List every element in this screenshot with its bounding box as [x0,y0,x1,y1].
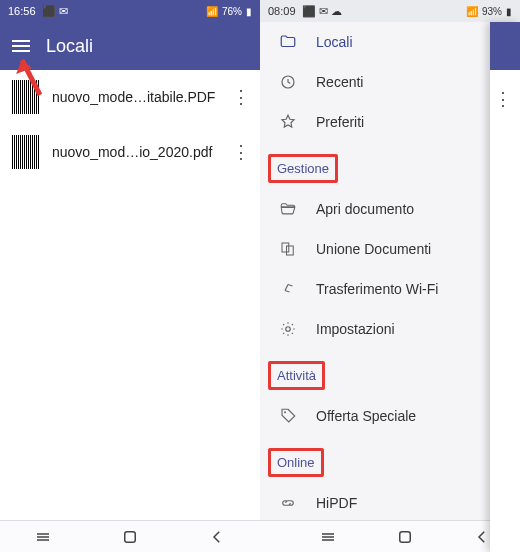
statusbar-right: 08:09 ⬛ ✉ ☁ 📶 93% ▮ [260,0,520,22]
link-icon [278,493,298,513]
file-thumb-icon [12,80,40,114]
status-icons-left: ⬛ ✉ [42,5,68,18]
drawer-item-apri-documento[interactable]: Apri documento [260,189,520,229]
drawer-label: Offerta Speciale [316,408,416,424]
nav-recents[interactable] [308,527,348,547]
more-icon[interactable]: ⋮ [232,143,248,161]
signal-icon: 📶 [206,6,218,17]
time-left: 16:56 [8,5,36,17]
phone-right: 08:09 ⬛ ✉ ☁ 📶 93% ▮ Locali Recenti P [260,0,520,552]
file-row[interactable]: nuovo_mode…itabile.PDF ⋮ [0,70,260,125]
more-icon[interactable]: ⋮ [494,88,512,110]
section-attivita: Attività [268,361,325,390]
nav-drawer: Locali Recenti Preferiti Gestione Apri d… [260,22,520,520]
navbar-right [260,520,520,552]
svg-point-5 [284,411,286,413]
file-thumb-icon [12,135,40,169]
section-gestione: Gestione [268,154,338,183]
drawer-item-unione-documenti[interactable]: Unione Documenti [260,229,520,269]
svg-rect-3 [287,246,294,255]
tag-icon [278,406,298,426]
file-name: nuovo_mode…itabile.PDF [52,89,220,105]
page-title-left: Locali [46,36,93,57]
file-list: nuovo_mode…itabile.PDF ⋮ nuovo_mod…io_20… [0,70,260,520]
drawer-label: Recenti [316,74,363,90]
file-row[interactable]: nuovo_mod…io_2020.pdf ⋮ [0,125,260,180]
battery-left: 76% [222,6,242,17]
svg-point-4 [286,327,291,332]
clock-icon [278,72,298,92]
battery-right: 93% [482,6,502,17]
star-icon [278,112,298,132]
gear-icon [278,319,298,339]
nav-back[interactable] [197,527,237,547]
phone-left: 16:56 ⬛ ✉ 📶 76% ▮ Locali nuovo_mode…itab… [0,0,260,552]
more-icon[interactable]: ⋮ [232,88,248,106]
app-header-left: Locali [0,22,260,70]
nav-home[interactable] [385,527,425,547]
battery-icon: ▮ [506,6,512,17]
statusbar-left: 16:56 ⬛ ✉ 📶 76% ▮ [0,0,260,22]
drawer-item-impostazioni[interactable]: Impostazioni [260,309,520,349]
nav-recents[interactable] [23,527,63,547]
svg-rect-6 [400,531,411,542]
signal-icon: 📶 [466,6,478,17]
drawer-label: Unione Documenti [316,241,431,257]
drawer-item-offerta-speciale[interactable]: Offerta Speciale [260,396,520,436]
drawer-label: Trasferimento Wi-Fi [316,281,438,297]
folder-icon [278,32,298,52]
menu-button[interactable] [12,40,30,52]
drawer-label: Preferiti [316,114,364,130]
section-online: Online [268,448,324,477]
drawer-item-preferiti[interactable]: Preferiti [260,102,520,142]
status-icons-right: ⬛ ✉ ☁ [302,5,342,18]
navbar-left [0,520,260,552]
drawer-overlay-sliver: ⋮ [490,22,520,552]
wifi-icon [278,279,298,299]
drawer-label: Apri documento [316,201,414,217]
svg-rect-2 [282,243,289,252]
time-right: 08:09 [268,5,296,17]
drawer-item-locali[interactable]: Locali [260,22,520,62]
svg-rect-0 [125,531,136,542]
battery-icon: ▮ [246,6,252,17]
merge-icon [278,239,298,259]
drawer-label: HiPDF [316,495,357,511]
file-name: nuovo_mod…io_2020.pdf [52,144,220,160]
drawer-item-recenti[interactable]: Recenti [260,62,520,102]
drawer-item-trasferimento-wifi[interactable]: Trasferimento Wi-Fi [260,269,520,309]
nav-home[interactable] [110,527,150,547]
drawer-label: Locali [316,34,353,50]
drawer-label: Impostazioni [316,321,395,337]
folder-open-icon [278,199,298,219]
drawer-item-hipdf[interactable]: HiPDF [260,483,520,520]
